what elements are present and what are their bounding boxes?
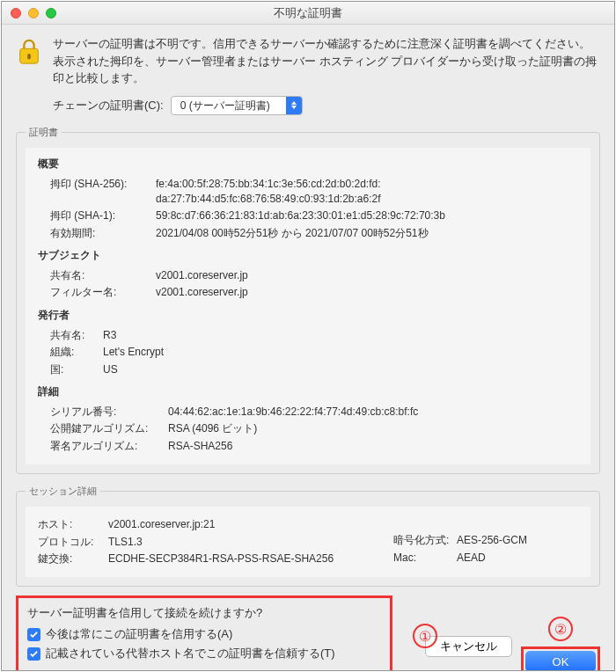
trust-question: サーバー証明書を信用して接続を続けますか? <box>27 605 381 621</box>
pubkey-value: RSA (4096 ビット) <box>168 421 578 436</box>
svg-rect-1 <box>27 54 31 60</box>
issuer-country-value: US <box>103 362 578 377</box>
chain-select-value: 0 (サーバー証明書) <box>172 97 286 114</box>
subject-cn-label: 共有名: <box>50 268 156 283</box>
issuer-country-label: 国: <box>50 362 103 377</box>
sha1-value: 59:8c:d7:66:36:21:83:1d:ab:6a:23:30:01:e… <box>156 208 578 223</box>
issuer-cn-value: R3 <box>103 328 578 343</box>
annotation-2: ② <box>548 617 573 641</box>
subject-cn-value: v2001.coreserver.jp <box>156 268 578 283</box>
sha1-label: 拇印 (SHA-1): <box>50 208 156 223</box>
proto-value: TLS1.3 <box>108 535 393 550</box>
validity-label: 有効期間: <box>50 226 156 241</box>
window-title: 不明な証明書 <box>2 5 614 21</box>
close-icon[interactable] <box>11 8 21 18</box>
chain-select[interactable]: 0 (サーバー証明書) <box>171 96 303 115</box>
serial-label: シリアル番号: <box>50 405 168 420</box>
host-label: ホスト: <box>38 517 108 532</box>
subject-filter-value: v2001.coreserver.jp <box>156 285 578 300</box>
ok-highlight: OK <box>521 646 600 670</box>
session-legend: セッション詳細 <box>26 485 100 498</box>
always-trust-label: 今後は常にこの証明書を信用する(A) <box>46 626 232 642</box>
sha256-label: 拇印 (SHA-256): <box>50 177 156 208</box>
mac-value: AEAD <box>457 551 578 566</box>
trust-alt-label: 記載されている代替ホスト名でこの証明書を信頼する(T) <box>46 646 335 661</box>
issuer-org-value: Let's Encrypt <box>103 345 578 360</box>
cipher-value: AES-256-GCM <box>457 533 578 548</box>
kex-label: 鍵交換: <box>38 551 108 566</box>
subject-head: サブジェクト <box>38 248 578 263</box>
kex-value: ECDHE-SECP384R1-RSA-PSS-RSAE-SHA256 <box>108 551 393 566</box>
lock-warning-icon <box>16 37 42 69</box>
warning-text: サーバーの証明書は不明です。信用できるサーバーか確認するために注意深く証明書を調… <box>53 35 600 87</box>
mac-label: Mac: <box>393 551 457 566</box>
issuer-cn-label: 共有名: <box>50 328 103 343</box>
always-trust-checkbox[interactable] <box>27 628 40 641</box>
zoom-icon[interactable] <box>46 8 56 18</box>
annotation-1: ① <box>413 624 437 648</box>
sha256-value: fe:4a:00:5f:28:75:bb:34:1c:3e:56:cd:2d:b… <box>156 177 578 208</box>
titlebar: 不明な証明書 <box>2 2 614 25</box>
overview-head: 概要 <box>38 157 578 172</box>
cancel-button[interactable]: キャンセル <box>425 636 512 657</box>
sig-label: 署名アルゴリズム: <box>50 439 168 454</box>
pubkey-label: 公開鍵アルゴリズム: <box>50 421 168 436</box>
serial-value: 04:44:62:ac:1e:1a:9b:46:22:22:f4:77:4d:4… <box>168 405 578 420</box>
sig-value: RSA-SHA256 <box>168 439 578 454</box>
minimize-icon[interactable] <box>28 8 39 18</box>
proto-label: プロトコル: <box>38 535 108 550</box>
chevron-updown-icon <box>286 97 302 114</box>
details-head: 詳細 <box>38 384 578 399</box>
host-value: v2001.coreserver.jp:21 <box>108 517 393 532</box>
subject-filter-label: フィルター名: <box>50 285 156 300</box>
ok-button[interactable]: OK <box>525 651 596 670</box>
certificate-group: 証明書 概要 拇印 (SHA-256): fe:4a:00:5f:28:75:b… <box>16 126 600 475</box>
certificate-legend: 証明書 <box>26 126 62 139</box>
trust-area: サーバー証明書を信用して接続を続けますか? 今後は常にこの証明書を信用する(A)… <box>16 595 392 670</box>
issuer-org-label: 組織: <box>50 345 103 360</box>
dialog-window: 不明な証明書 サーバーの証明書は不明です。信用できるサーバーか確認するために注意… <box>1 1 615 671</box>
trust-alt-checkbox[interactable] <box>27 647 40 661</box>
chain-label: チェーンの証明書(C): <box>53 98 164 113</box>
issuer-head: 発行者 <box>38 308 578 323</box>
validity-value: 2021/04/08 00時52分51秒 から 2021/07/07 00時52… <box>156 226 578 241</box>
session-group: セッション詳細 ホスト: v2001.coreserver.jp:21 プロトコ… <box>16 485 600 587</box>
cipher-label: 暗号化方式: <box>393 533 457 548</box>
